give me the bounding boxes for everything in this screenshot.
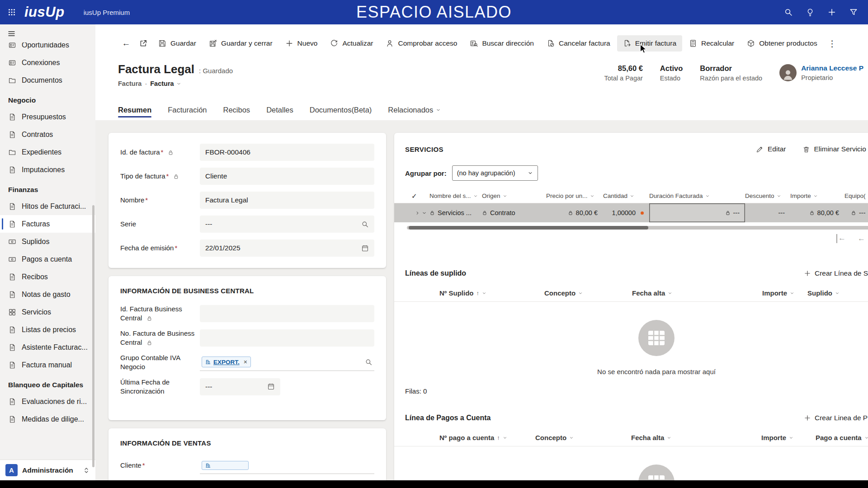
tab-documentos-beta[interactable]: Documentos(Beta) (310, 106, 372, 120)
area-switcher[interactable]: A Administración (0, 460, 95, 480)
row-expand-controls[interactable] (411, 203, 429, 222)
column-header-fecha-alta[interactable]: Fecha alta (632, 289, 762, 297)
brand-logo[interactable]: iusUp (24, 4, 65, 20)
tipo-factura-input[interactable]: Cliente (200, 168, 374, 185)
cell-importe[interactable]: 80,00 € (790, 203, 844, 222)
sidebar-item-contratos[interactable]: Contratos (0, 126, 95, 143)
sitemap-collapse-button[interactable] (0, 24, 95, 42)
more-commands-button[interactable]: ⋮ (824, 35, 840, 52)
filter-icon[interactable] (849, 8, 858, 17)
tab-facturacion[interactable]: Facturación (168, 106, 207, 120)
lookup-pill-export[interactable]: EXPORT. × (202, 357, 251, 367)
calendar-icon[interactable] (267, 383, 275, 390)
save-and-close-button[interactable]: Guardar y cerrar (203, 35, 278, 52)
nombre-input[interactable]: Factura Legal (200, 192, 374, 209)
sidebar-item-oportunidades[interactable]: Oportunidades (0, 42, 95, 54)
owner-name-link[interactable]: Arianna Leccese P (801, 64, 863, 72)
get-products-button[interactable]: Obtener productos (741, 35, 823, 52)
plus-icon[interactable] (827, 8, 836, 17)
sidebar-item-factura-manual[interactable]: Factura manual (0, 356, 95, 374)
select-all-checkbox[interactable]: ✓ (411, 192, 429, 200)
id-factura-bc-input[interactable] (200, 305, 374, 322)
cancel-invoice-button[interactable]: Cancelar factura (541, 35, 616, 52)
sidebar-item-suplidos[interactable]: Suplidos (0, 233, 95, 250)
column-header-concepto[interactable]: Concepto (544, 289, 632, 297)
owner-field[interactable]: Arianna Leccese P Propietario (779, 64, 863, 81)
column-header-importe[interactable]: Importe (790, 192, 844, 199)
form-selector[interactable]: Factura (150, 80, 181, 87)
services-grid-row[interactable]: Servicios ... Contrato 80,00 € 1,00000 (394, 203, 868, 222)
previous-page-button[interactable]: ← (858, 234, 865, 243)
cell-duracion-selected[interactable]: --- (649, 203, 745, 222)
ultima-fecha-input[interactable]: --- (200, 378, 280, 395)
remove-tag-icon[interactable]: × (244, 358, 247, 366)
recalculate-button[interactable]: Recalcular (683, 35, 740, 52)
lightbulb-icon[interactable] (806, 8, 815, 17)
sidebar-item-documentos[interactable]: Documentos (0, 71, 95, 89)
new-button[interactable]: Nuevo (279, 35, 324, 52)
column-header-origen[interactable]: Origen (482, 192, 546, 199)
group-by-dropdown[interactable]: (no hay agrupación) (452, 165, 538, 181)
column-header-duracion[interactable]: Duración Facturada (649, 192, 745, 199)
sidebar-item-listas-de-precios[interactable]: Listas de precios (0, 321, 95, 338)
sidebar-item-facturas[interactable]: Facturas (0, 215, 95, 233)
search-icon[interactable] (361, 221, 369, 228)
column-header-fecha-alta[interactable]: Fecha alta (631, 434, 761, 441)
search-icon[interactable] (784, 8, 793, 17)
sidebar-item-notas-de-gasto[interactable]: Notas de gasto (0, 286, 95, 303)
column-header-cantidad[interactable]: Cantidad (603, 192, 649, 199)
emit-invoice-button[interactable]: Emitir factura (617, 35, 682, 52)
popout-button[interactable] (135, 35, 151, 52)
sidebar-item-evaluaciones[interactable]: Evaluaciones de ri... (0, 393, 95, 410)
tab-detalles[interactable]: Detalles (266, 106, 293, 120)
sidebar-item-pagos-a-cuenta[interactable]: Pagos a cuenta (0, 250, 95, 268)
sidebar-item-recibos[interactable]: Recibos (0, 268, 95, 286)
sidebar-item-expedientes[interactable]: Expedientes (0, 143, 95, 161)
cell-descuento[interactable]: --- (745, 203, 790, 222)
column-header-suplido[interactable]: Suplido (807, 289, 868, 297)
column-header-concepto[interactable]: Concepto (535, 434, 631, 441)
column-header-num-pago[interactable]: Nº pago a cuenta ↑ (439, 434, 535, 441)
column-header-descuento[interactable]: Descuento (745, 192, 790, 199)
sidebar-item-presupuestos[interactable]: Presupuestos (0, 108, 95, 126)
cell-precio[interactable]: 80,00 € (546, 203, 603, 222)
column-header-importe[interactable]: Importe (762, 289, 807, 297)
first-page-button[interactable]: ← (836, 234, 846, 243)
cell-nombre[interactable]: Servicios ... (429, 203, 482, 222)
sidebar-scrollbar[interactable] (92, 205, 94, 467)
sidebar-item-hitos-facturacion[interactable]: Hitos de Facturaci... (0, 197, 95, 215)
search-address-button[interactable]: Buscar dirección (464, 35, 540, 52)
save-button[interactable]: Guardar (152, 35, 202, 52)
fecha-emision-input[interactable]: 22/01/2025 (200, 239, 374, 257)
tab-resumen[interactable]: Resumen (118, 106, 151, 120)
app-launcher-button[interactable] (0, 0, 24, 24)
sidebar-item-conexiones[interactable]: Conexiones (0, 54, 95, 71)
tab-recibos[interactable]: Recibos (223, 106, 250, 120)
grupo-contable-lookup[interactable]: EXPORT. × (200, 354, 374, 371)
column-header-precio[interactable]: Precio por un... (546, 192, 603, 199)
serie-lookup-input[interactable]: --- (200, 216, 374, 233)
back-button[interactable]: ← (118, 35, 134, 52)
scrollbar-thumb[interactable] (409, 226, 648, 230)
tab-relacionados[interactable]: Relacionados (388, 106, 441, 120)
create-suplido-button[interactable]: Crear Línea de S (804, 269, 868, 277)
column-header-num-suplido[interactable]: Nº Suplido ↑ (439, 289, 544, 297)
horizontal-scrollbar[interactable] (407, 226, 868, 230)
lookup-pill-cliente[interactable] (202, 461, 249, 470)
check-access-button[interactable]: Comprobar acceso (380, 35, 463, 52)
column-header-importe[interactable]: Importe (761, 434, 816, 441)
cell-cantidad[interactable]: 1,00000 (603, 203, 649, 222)
sidebar-item-imputaciones[interactable]: Imputaciones (0, 161, 95, 178)
id-factura-input[interactable]: FBOR-000406 (200, 144, 374, 161)
cell-origen[interactable]: Contrato (482, 203, 546, 222)
cliente-lookup[interactable] (200, 457, 374, 474)
sidebar-item-medidas[interactable]: Medidas de dilige... (0, 410, 95, 428)
column-header-nombre[interactable]: Nombre del s... (429, 192, 482, 199)
sidebar-item-asistente-facturacion[interactable]: Asistente Facturac... (0, 338, 95, 356)
create-pago-button[interactable]: Crear Linea de P (804, 414, 868, 422)
delete-service-button[interactable]: Eliminar Servicio (802, 145, 866, 153)
refresh-button[interactable]: Actualizar (324, 35, 379, 52)
column-header-pago-a-cuenta[interactable]: Pago a cuenta (816, 434, 868, 441)
no-factura-bc-input[interactable] (200, 329, 374, 347)
column-header-equipo[interactable]: Equipo( (844, 192, 868, 199)
